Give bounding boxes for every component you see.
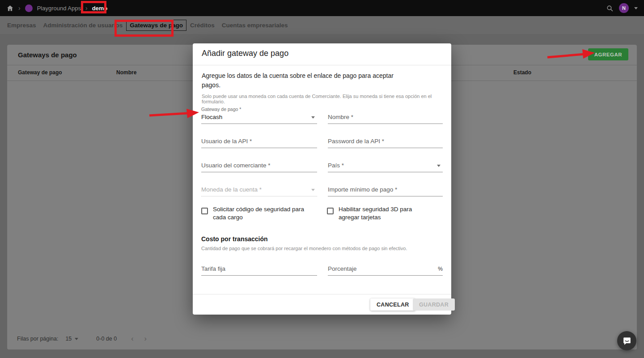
tab-bar: Empresas Administración de usuarios Gate… — [0, 16, 644, 34]
nombre-field[interactable]: Nombre * — [328, 111, 443, 124]
pais-select[interactable]: País * — [328, 159, 443, 172]
importe-minimo-field-label: Importe mínimo de pago * — [328, 186, 397, 193]
caret-down-icon — [311, 116, 315, 119]
caret-down-icon — [311, 189, 315, 191]
rows-per-page-label: Filas por página: — [17, 336, 58, 342]
checkbox-seguridad-3d[interactable]: Habilitar seguridad 3D para agregar tarj… — [327, 204, 434, 222]
chat-launcher-button[interactable] — [617, 331, 636, 350]
home-icon[interactable] — [6, 4, 14, 12]
chevron-right-icon: › — [85, 4, 88, 12]
agregar-button[interactable]: AGREGAR — [588, 48, 628, 60]
breadcrumb-page[interactable]: demo — [92, 5, 108, 12]
checkbox-icon[interactable] — [201, 208, 208, 214]
pagination-range: 0-0 de 0 — [96, 336, 117, 342]
gateway-select-value: Flocash — [201, 114, 222, 120]
tab-creditos[interactable]: Créditos — [190, 22, 215, 29]
gateway-select[interactable]: Gateway de pago * Flocash — [201, 107, 317, 124]
costo-section-note: Cantidad de pago que se cobrará por reca… — [201, 246, 443, 251]
checkbox-codigo-seguridad[interactable]: Solicitar código de seguridad para cada … — [201, 204, 313, 222]
usuario-api-field-label: Usuario de la API * — [201, 138, 252, 145]
pagination-next-icon[interactable]: › — [144, 334, 147, 343]
tarifa-fija-field-label: Tarifa fija — [201, 265, 225, 272]
importe-minimo-field[interactable]: Importe mínimo de pago * — [328, 183, 443, 196]
chat-bubble-icon — [622, 336, 632, 346]
checkbox-icon[interactable] — [327, 208, 334, 214]
pais-select-label: País * — [328, 162, 344, 169]
chevron-down-icon[interactable] — [634, 7, 638, 9]
usuario-comerciante-field[interactable]: Usuario del comerciante * — [201, 159, 317, 172]
search-icon[interactable] — [606, 4, 614, 12]
divider — [193, 65, 451, 65]
checkbox-label: Solicitar código de seguridad para cada … — [213, 204, 305, 222]
column-header-gateway: Gateway de pago — [18, 65, 62, 81]
pagination-prev-icon[interactable]: ‹ — [131, 334, 133, 343]
avatar[interactable]: N — [619, 3, 629, 13]
chevron-right-icon: › — [18, 4, 21, 12]
breadcrumb-app[interactable]: Playground Apps — [37, 5, 81, 12]
tab-gateways-de-pago[interactable]: Gateways de pago — [126, 20, 186, 31]
porcentaje-field-label: Porcentaje — [328, 265, 357, 272]
app-logo-badge[interactable] — [25, 4, 33, 12]
topbar: › Playground Apps › demo N — [0, 0, 644, 16]
modal-note: Solo puede usar una moneda con cada cuen… — [202, 94, 445, 104]
costo-section-title: Costo por transacción — [201, 235, 268, 243]
column-header-estado: Estado — [513, 65, 531, 81]
percent-suffix: % — [438, 266, 443, 272]
pagination: Filas por página: 15 0-0 de 0 ‹ › — [17, 334, 147, 344]
add-gateway-modal: Añadir gateway de pago Agregue los datos… — [193, 43, 451, 315]
moneda-select-disabled: Moneda de la cuenta * — [201, 183, 317, 196]
moneda-select-label: Moneda de la cuenta * — [201, 186, 262, 193]
nombre-field-label: Nombre * — [328, 114, 353, 120]
usuario-api-field[interactable]: Usuario de la API * — [201, 135, 317, 148]
divider — [193, 294, 451, 294]
caret-down-icon — [437, 165, 441, 167]
table-title: Gateways de pago — [18, 45, 77, 65]
tab-empresas[interactable]: Empresas — [7, 22, 36, 29]
column-header-nombre: Nombre — [116, 65, 136, 81]
tarifa-fija-field[interactable]: Tarifa fija — [201, 262, 317, 276]
tab-administracion-de-usuarios[interactable]: Administración de usuarios — [43, 22, 123, 29]
modal-description: Agregue los datos de la cuenta sobre el … — [202, 71, 408, 90]
rows-per-page-value[interactable]: 15 — [65, 336, 72, 342]
password-api-field-label: Password de la API * — [328, 138, 384, 145]
cancelar-button[interactable]: CANCELAR — [370, 298, 415, 311]
guardar-button-disabled[interactable]: GUARDAR — [413, 298, 455, 311]
usuario-comerciante-field-label: Usuario del comerciante * — [201, 162, 271, 169]
password-api-field[interactable]: Password de la API * — [328, 135, 443, 148]
gateway-select-label: Gateway de pago * — [201, 107, 241, 112]
tab-cuentas-empresariales[interactable]: Cuentas empresariales — [222, 22, 288, 29]
caret-down-icon[interactable] — [75, 338, 78, 340]
checkbox-label: Habilitar seguridad 3D para agregar tarj… — [339, 204, 432, 222]
porcentaje-field[interactable]: Porcentaje % — [328, 262, 443, 276]
modal-title: Añadir gateway de pago — [202, 49, 288, 58]
